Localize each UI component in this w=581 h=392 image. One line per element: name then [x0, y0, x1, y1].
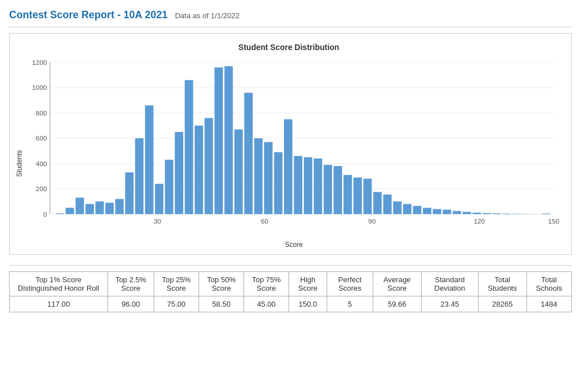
- svg-rect-29: [324, 165, 332, 214]
- table-header-cell: Top 25% Score: [154, 272, 199, 296]
- svg-rect-16: [452, 211, 461, 214]
- svg-rect-34: [274, 152, 283, 214]
- table-header-cell: Average Score: [373, 272, 421, 296]
- svg-rect-44: [175, 132, 183, 214]
- table-data-cell: 59.66: [373, 296, 421, 312]
- x-axis-label: Score: [26, 241, 562, 249]
- table-data-cell: 5: [327, 296, 373, 312]
- svg-rect-40: [215, 68, 223, 214]
- svg-text:400: 400: [36, 160, 47, 167]
- svg-rect-37: [244, 93, 253, 214]
- table-data-cell: 23.45: [421, 296, 478, 312]
- svg-rect-26: [353, 178, 362, 214]
- svg-text:1200: 1200: [32, 59, 47, 66]
- chart-svg: 30 60 90 120 150 020040060080010001200: [26, 56, 562, 238]
- svg-rect-19: [423, 208, 431, 214]
- svg-rect-33: [284, 119, 292, 214]
- svg-rect-25: [364, 179, 372, 214]
- title-text: Contest Score Report - 10A 2021: [9, 9, 167, 20]
- table-data-cell: 117.00: [10, 296, 108, 312]
- chart-title: Student Score Distribution: [15, 43, 562, 52]
- svg-rect-28: [333, 166, 342, 214]
- svg-text:30: 30: [154, 217, 162, 225]
- svg-rect-30: [314, 159, 322, 214]
- svg-rect-54: [76, 197, 84, 214]
- table-header-row: Top 1% Score Distinguished Honor RollTop…: [10, 272, 572, 296]
- table-header-cell: Top 75% Score: [244, 272, 289, 296]
- table-data-row: 117.0096.0075.0058.5045.00150.0559.6623.…: [10, 296, 572, 312]
- svg-rect-38: [234, 129, 243, 214]
- svg-text:600: 600: [36, 134, 47, 142]
- table-header-cell: Perfect Scores: [327, 272, 373, 296]
- svg-rect-12: [492, 213, 501, 214]
- svg-rect-50: [116, 199, 124, 214]
- svg-rect-20: [413, 206, 422, 214]
- table-data-cell: 1484: [526, 296, 571, 312]
- svg-text:200: 200: [36, 185, 47, 192]
- page-title: Contest Score Report - 10A 2021 Data as …: [9, 9, 572, 21]
- svg-text:1000: 1000: [32, 84, 47, 91]
- table-data-cell: 96.00: [108, 296, 154, 312]
- svg-rect-13: [483, 213, 491, 214]
- svg-rect-18: [433, 209, 442, 214]
- svg-rect-47: [145, 105, 154, 214]
- svg-rect-49: [125, 172, 134, 214]
- table-header-cell: Total Schools: [526, 272, 571, 296]
- svg-rect-56: [56, 213, 64, 214]
- table-header-cell: Top 2.5% Score: [108, 272, 154, 296]
- svg-rect-27: [344, 175, 352, 214]
- svg-rect-35: [264, 142, 273, 214]
- svg-rect-43: [185, 80, 193, 214]
- svg-rect-23: [383, 195, 392, 214]
- table-header-cell: Top 50% Score: [199, 272, 244, 296]
- table-data-cell: 28265: [479, 296, 526, 312]
- svg-rect-21: [403, 204, 411, 214]
- table-data-cell: 58.50: [199, 296, 244, 312]
- table-header-cell: Standard Deviation: [421, 272, 478, 296]
- chart-container: Student Score Distribution Students: [9, 33, 572, 255]
- chart-inner: 30 60 90 120 150 020040060080010001200 S…: [26, 56, 562, 249]
- svg-rect-48: [135, 138, 143, 214]
- table-header-cell: High Score: [289, 272, 327, 296]
- svg-rect-39: [224, 66, 233, 214]
- svg-rect-7: [542, 213, 550, 214]
- svg-text:60: 60: [261, 217, 269, 225]
- svg-rect-24: [373, 192, 382, 214]
- svg-text:120: 120: [473, 217, 485, 225]
- svg-text:0: 0: [43, 211, 47, 218]
- svg-rect-31: [304, 157, 312, 214]
- svg-rect-55: [65, 208, 74, 214]
- svg-rect-14: [472, 213, 481, 214]
- table-header-cell: Total Students: [479, 272, 526, 296]
- table-data-cell: 150.0: [289, 296, 327, 312]
- table-header-cell: Top 1% Score Distinguished Honor Roll: [10, 272, 108, 296]
- chart-area: Students: [15, 56, 562, 249]
- stats-table: Top 1% Score Distinguished Honor RollTop…: [9, 271, 572, 312]
- table-data-cell: 45.00: [244, 296, 289, 312]
- title-divider: [9, 27, 572, 27]
- svg-rect-10: [512, 214, 521, 214]
- svg-rect-32: [294, 156, 302, 214]
- svg-rect-52: [96, 201, 104, 214]
- svg-rect-41: [204, 118, 213, 214]
- svg-rect-51: [105, 203, 114, 214]
- svg-text:800: 800: [36, 109, 47, 117]
- svg-text:150: 150: [548, 217, 559, 225]
- svg-text:90: 90: [368, 217, 376, 225]
- table-data-cell: 75.00: [154, 296, 199, 312]
- svg-rect-22: [393, 201, 402, 214]
- date-label: Data as of 1/1/2022: [175, 11, 239, 20]
- svg-rect-53: [85, 204, 94, 214]
- svg-rect-46: [155, 184, 163, 214]
- svg-rect-11: [502, 213, 511, 214]
- svg-rect-45: [165, 160, 174, 214]
- chart-table-divider: [9, 265, 572, 266]
- svg-rect-15: [463, 212, 471, 214]
- svg-rect-17: [443, 210, 451, 214]
- y-axis-label: Students: [15, 78, 23, 249]
- svg-rect-36: [254, 138, 263, 214]
- svg-rect-42: [195, 126, 203, 214]
